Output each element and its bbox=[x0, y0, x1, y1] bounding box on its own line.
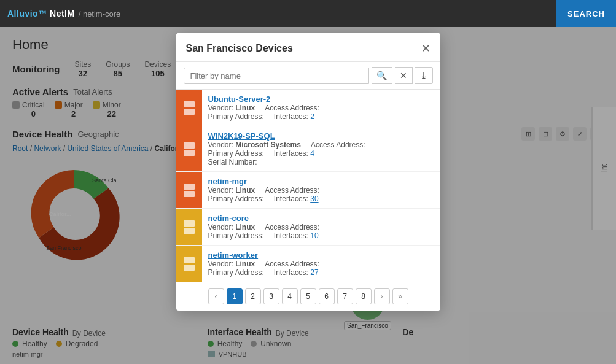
interfaces-label: Interfaces: 30 bbox=[274, 195, 319, 203]
interfaces-label: Interfaces: 4 bbox=[274, 149, 314, 158]
device-item: netim-worker Vendor: Linux Access Addres… bbox=[176, 246, 440, 282]
device-icon-block-1 bbox=[184, 101, 195, 107]
vendor-label: Vendor: Linux bbox=[208, 186, 255, 195]
primary-label: Primary Address: bbox=[208, 149, 264, 158]
device-extra-row: Serial Number: bbox=[208, 158, 434, 166]
device-info: netim-worker Vendor: Linux Access Addres… bbox=[202, 246, 440, 282]
device-info: WIN2K19-SP-SQL Vendor: Microsoft Systems… bbox=[202, 126, 440, 171]
modal-title: San Francisco Devices bbox=[186, 43, 293, 54]
device-item: WIN2K19-SP-SQL Vendor: Microsoft Systems… bbox=[176, 126, 440, 172]
page-btn-1[interactable]: 1 bbox=[227, 288, 243, 304]
interfaces-link[interactable]: 2 bbox=[310, 112, 314, 121]
device-row-2: Primary Address: Interfaces: 4 bbox=[208, 149, 434, 158]
device-icon-stack bbox=[184, 101, 195, 115]
interfaces-link[interactable]: 30 bbox=[310, 195, 318, 203]
primary-label: Primary Address: bbox=[208, 268, 264, 277]
device-color-bar bbox=[176, 90, 202, 126]
page-btn-7[interactable]: 7 bbox=[337, 288, 353, 304]
breadcrumb: / netim-core bbox=[79, 9, 121, 18]
device-info: netim-core Vendor: Linux Access Address:… bbox=[202, 209, 440, 245]
device-icon-stack bbox=[184, 184, 195, 197]
device-item: netim-mgr Vendor: Linux Access Address: … bbox=[176, 172, 440, 209]
page-btn-5[interactable]: 5 bbox=[300, 288, 316, 304]
modal-search-input[interactable] bbox=[184, 68, 369, 84]
access-label: Access Address: bbox=[265, 260, 319, 268]
extra-label: Serial Number: bbox=[208, 158, 257, 166]
page-next[interactable]: › bbox=[374, 288, 390, 304]
device-color-bar bbox=[176, 126, 202, 171]
page-btn-6[interactable]: 6 bbox=[319, 288, 335, 304]
primary-label: Primary Address: bbox=[208, 195, 264, 203]
access-label: Access Address: bbox=[265, 104, 319, 112]
interfaces-link[interactable]: 27 bbox=[310, 268, 318, 277]
device-row-1: Vendor: Linux Access Address: bbox=[208, 223, 434, 231]
device-row-2: Primary Address: Interfaces: 2 bbox=[208, 112, 434, 121]
device-color-bar bbox=[176, 209, 202, 245]
device-icon-stack bbox=[184, 220, 195, 234]
modal-search-bar: 🔍 ✕ ⤓ bbox=[176, 62, 440, 90]
device-name[interactable]: netim-mgr bbox=[208, 177, 434, 186]
device-icon-block-2 bbox=[184, 150, 195, 156]
device-icon-block-1 bbox=[184, 257, 195, 263]
device-icon-block-1 bbox=[184, 220, 195, 227]
modal-download-button[interactable]: ⤓ bbox=[415, 67, 433, 84]
vendor-label: Vendor: Microsoft Systems bbox=[208, 141, 301, 149]
device-item: netim-core Vendor: Linux Access Address:… bbox=[176, 209, 440, 246]
device-icon-stack bbox=[184, 257, 195, 271]
access-label: Access Address: bbox=[265, 223, 319, 231]
interfaces-link[interactable]: 10 bbox=[310, 231, 318, 240]
device-icon-stack bbox=[184, 142, 195, 156]
modal-overlay: San Francisco Devices ✕ 🔍 ✕ ⤓ Ubuntu-Ser… bbox=[0, 27, 616, 364]
interfaces-link[interactable]: 4 bbox=[310, 149, 314, 158]
device-icon-block-1 bbox=[184, 184, 195, 190]
device-icon-block-2 bbox=[184, 191, 195, 197]
device-color-bar bbox=[176, 246, 202, 282]
interfaces-label: Interfaces: 10 bbox=[274, 231, 319, 240]
pagination: ‹12345678›» bbox=[176, 282, 440, 311]
page-prev[interactable]: ‹ bbox=[208, 288, 224, 304]
device-list: Ubuntu-Server-2 Vendor: Linux Access Add… bbox=[176, 90, 440, 282]
page-btn-2[interactable]: 2 bbox=[245, 288, 261, 304]
device-row-2: Primary Address: Interfaces: 10 bbox=[208, 231, 434, 240]
device-row-1: Vendor: Linux Access Address: bbox=[208, 260, 434, 268]
device-icon-block-2 bbox=[184, 228, 195, 234]
device-name[interactable]: netim-core bbox=[208, 214, 434, 223]
search-button[interactable]: SEARCH bbox=[556, 0, 616, 27]
modal: San Francisco Devices ✕ 🔍 ✕ ⤓ Ubuntu-Ser… bbox=[176, 33, 440, 311]
page-btn-4[interactable]: 4 bbox=[282, 288, 298, 304]
topnav: Alluvio™ NetIM / netim-core SEARCH bbox=[0, 0, 616, 27]
device-name[interactable]: Ubuntu-Server-2 bbox=[208, 95, 434, 104]
device-icon-block-2 bbox=[184, 109, 195, 115]
device-name[interactable]: WIN2K19-SP-SQL bbox=[208, 131, 434, 141]
modal-close-icon[interactable]: ✕ bbox=[421, 42, 431, 55]
device-row-1: Vendor: Linux Access Address: bbox=[208, 104, 434, 112]
device-row-2: Primary Address: Interfaces: 27 bbox=[208, 268, 434, 277]
page-btn-8[interactable]: 8 bbox=[356, 288, 372, 304]
primary-label: Primary Address: bbox=[208, 112, 264, 121]
device-row-1: Vendor: Microsoft Systems Access Address… bbox=[208, 141, 434, 149]
device-row-2: Primary Address: Interfaces: 30 bbox=[208, 195, 434, 203]
interfaces-label: Interfaces: 2 bbox=[274, 112, 314, 121]
device-icon-block-2 bbox=[184, 265, 195, 271]
device-row-1: Vendor: Linux Access Address: bbox=[208, 186, 434, 195]
device-color-bar bbox=[176, 172, 202, 208]
vendor-label: Vendor: Linux bbox=[208, 223, 255, 231]
device-info: netim-mgr Vendor: Linux Access Address: … bbox=[202, 172, 440, 208]
page-btn-3[interactable]: 3 bbox=[263, 288, 279, 304]
device-item: Ubuntu-Server-2 Vendor: Linux Access Add… bbox=[176, 90, 440, 126]
modal-header: San Francisco Devices ✕ bbox=[176, 33, 440, 62]
vendor-label: Vendor: Linux bbox=[208, 260, 255, 268]
device-info: Ubuntu-Server-2 Vendor: Linux Access Add… bbox=[202, 90, 440, 126]
interfaces-label: Interfaces: 27 bbox=[274, 268, 319, 277]
vendor-label: Vendor: Linux bbox=[208, 104, 255, 112]
device-name[interactable]: netim-worker bbox=[208, 250, 434, 260]
main-content: Home Monitoring Sites 32 Groups 85 Devic… bbox=[0, 27, 616, 364]
page-last[interactable]: » bbox=[392, 288, 408, 304]
modal-search-icon-button[interactable]: 🔍 bbox=[372, 67, 392, 84]
access-label: Access Address: bbox=[265, 186, 319, 195]
app-logo: Alluvio™ NetIM bbox=[7, 9, 75, 18]
logo-alluvio: Alluvio™ bbox=[7, 9, 50, 18]
primary-label: Primary Address: bbox=[208, 231, 264, 240]
modal-clear-button[interactable]: ✕ bbox=[395, 67, 413, 84]
device-icon-block-1 bbox=[184, 142, 195, 149]
